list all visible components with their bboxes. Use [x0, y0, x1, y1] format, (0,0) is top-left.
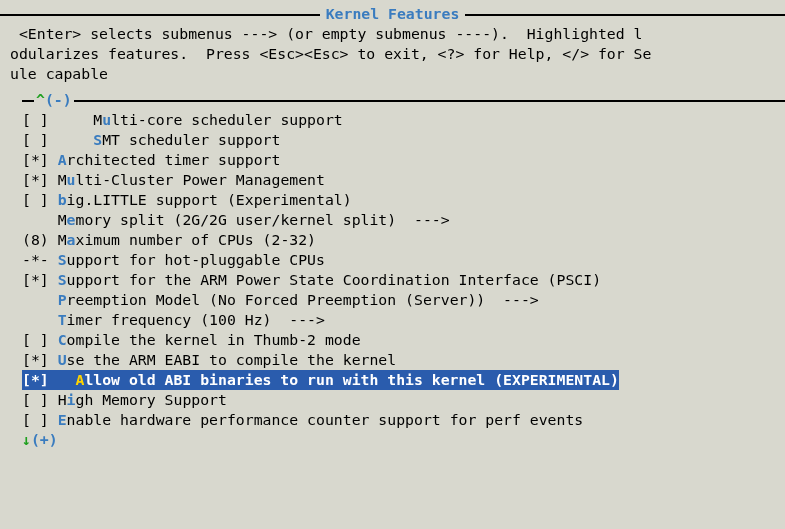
menu-item[interactable]: Memory split (2G/2G user/kernel split) -…: [22, 210, 785, 230]
item-text-pre: M: [58, 211, 67, 228]
menu-item[interactable]: Preemption Model (No Forced Preemption (…: [22, 290, 785, 310]
item-hotkey: S: [58, 251, 67, 268]
item-bracket: [ ]: [22, 111, 93, 128]
scroll-up-indicator[interactable]: ^(-): [34, 90, 74, 110]
item-bracket: (8): [22, 231, 58, 248]
item-bracket: [ ]: [22, 331, 58, 348]
menu-item[interactable]: [*] Multi-Cluster Power Management: [22, 170, 785, 190]
item-text: upport for the ARM Power State Coordinat…: [67, 271, 602, 288]
item-bracket: [*]: [22, 171, 58, 188]
item-text: reemption Model (No Forced Preemption (S…: [67, 291, 539, 308]
item-bracket: -*-: [22, 251, 58, 268]
item-bracket: [*]: [22, 351, 58, 368]
item-hotkey: S: [58, 271, 67, 288]
scroll-down-indicator[interactable]: ↓(+): [22, 430, 785, 450]
item-bracket: [ ]: [22, 131, 93, 148]
menu-item[interactable]: [ ] Enable hardware performance counter …: [22, 410, 785, 430]
item-text: upport for hot-pluggable CPUs: [67, 251, 325, 268]
menu-item[interactable]: [ ] Multi-core scheduler support: [22, 110, 785, 130]
help-line: <Enter> selects submenus ---> (or empty …: [0, 24, 785, 44]
help-line: odularizes features. Press <Esc><Esc> to…: [0, 44, 785, 64]
item-text: lti-Cluster Power Management: [75, 171, 324, 188]
item-bracket: [*]: [22, 151, 58, 168]
item-hotkey: S: [93, 131, 102, 148]
menu-item[interactable]: [*] Allow old ABI binaries to run with t…: [22, 370, 619, 390]
page-title: Kernel Features: [320, 5, 466, 22]
menu-item[interactable]: Timer frequency (100 Hz) --->: [22, 310, 785, 330]
menu-item[interactable]: [*] Architected timer support: [22, 150, 785, 170]
item-bracket: [*]: [22, 371, 75, 388]
item-text-pre: M: [93, 111, 102, 128]
item-bracket: [22, 291, 58, 308]
item-hotkey: U: [58, 351, 67, 368]
menu-item[interactable]: [ ] SMT scheduler support: [22, 130, 785, 150]
item-hotkey: A: [58, 151, 67, 168]
item-text-pre: M: [58, 231, 67, 248]
menu-item[interactable]: [ ] big.LITTLE support (Experimental): [22, 190, 785, 210]
menu-item[interactable]: -*- Support for hot-pluggable CPUs: [22, 250, 785, 270]
item-bracket: [ ]: [22, 411, 58, 428]
menu-item[interactable]: [*] Support for the ARM Power State Coor…: [22, 270, 785, 290]
item-text: mory split (2G/2G user/kernel split) ---…: [75, 211, 449, 228]
item-hotkey: b: [58, 191, 67, 208]
list-top-rule: ^(-): [22, 90, 785, 110]
item-bracket: [ ]: [22, 391, 58, 408]
item-text: imer frequency (100 Hz) --->: [67, 311, 325, 328]
item-text-pre: M: [58, 171, 67, 188]
item-text: se the ARM EABI to compile the kernel: [67, 351, 397, 368]
item-text: llow old ABI binaries to run with this k…: [84, 371, 619, 388]
item-hotkey: T: [58, 311, 67, 328]
title-bar: Kernel Features: [0, 4, 785, 24]
item-bracket: [22, 211, 58, 228]
help-line: ule capable: [0, 64, 785, 84]
item-hotkey: u: [102, 111, 111, 128]
item-text: ompile the kernel in Thumb-2 mode: [67, 331, 361, 348]
item-text: rchitected timer support: [67, 151, 281, 168]
item-text: MT scheduler support: [102, 131, 280, 148]
item-bracket: [22, 311, 58, 328]
menu-item[interactable]: (8) Maximum number of CPUs (2-32): [22, 230, 785, 250]
item-hotkey: P: [58, 291, 67, 308]
item-text: ximum number of CPUs (2-32): [75, 231, 316, 248]
item-hotkey: C: [58, 331, 67, 348]
item-text: lti-core scheduler support: [111, 111, 343, 128]
item-text-pre: H: [58, 391, 67, 408]
option-list: [ ] Multi-core scheduler support[ ] SMT …: [22, 110, 785, 430]
menu-item[interactable]: [*] Use the ARM EABI to compile the kern…: [22, 350, 785, 370]
item-bracket: [*]: [22, 271, 58, 288]
menu-item[interactable]: [ ] High Memory Support: [22, 390, 785, 410]
item-text: ig.LITTLE support (Experimental): [67, 191, 352, 208]
item-text: nable hardware performance counter suppo…: [67, 411, 584, 428]
menu-item[interactable]: [ ] Compile the kernel in Thumb-2 mode: [22, 330, 785, 350]
help-text: <Enter> selects submenus ---> (or empty …: [0, 24, 785, 84]
item-hotkey: E: [58, 411, 67, 428]
item-bracket: [ ]: [22, 191, 58, 208]
item-text: gh Memory Support: [75, 391, 226, 408]
